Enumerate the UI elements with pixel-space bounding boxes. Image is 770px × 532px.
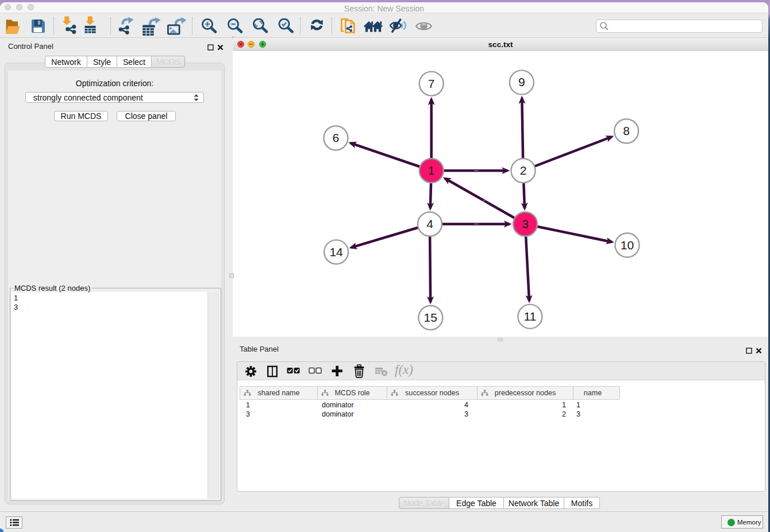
svg-text:6: 6 [333,131,340,144]
svg-text:1: 1 [428,164,435,177]
svg-text:15: 15 [424,311,437,324]
svg-text:3: 3 [522,217,529,230]
svg-text:11: 11 [523,310,536,323]
svg-text:4: 4 [426,217,433,230]
svg-text:7: 7 [428,77,435,90]
svg-text:8: 8 [623,124,630,137]
svg-text:14: 14 [329,245,343,259]
svg-text:9: 9 [518,75,525,88]
svg-text:2: 2 [520,164,527,177]
svg-text:10: 10 [621,238,634,252]
